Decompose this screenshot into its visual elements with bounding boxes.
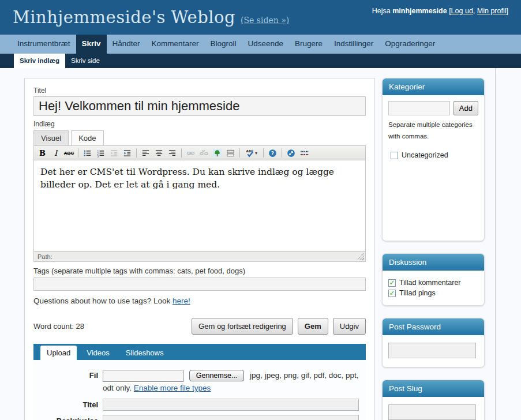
publish-button[interactable]: Udgiv: [333, 318, 366, 335]
unlink-icon[interactable]: [198, 147, 210, 159]
link-icon[interactable]: [185, 147, 197, 159]
username: minhjemmeside: [392, 7, 447, 15]
nav-item-brugere[interactable]: Brugere: [289, 35, 328, 54]
toolbar-separator: [282, 148, 282, 158]
toolbar-separator: [239, 148, 240, 158]
align-center-icon[interactable]: [153, 147, 165, 159]
help-icon[interactable]: ?: [267, 147, 279, 159]
nav-item-haandter[interactable]: Håndter: [107, 35, 146, 54]
tags-help-link[interactable]: here!: [173, 297, 190, 305]
post-title-input[interactable]: [33, 96, 366, 116]
post-slug-input[interactable]: [388, 404, 476, 420]
categories-help-text: Separate multiple categories with commas…: [388, 119, 478, 142]
strikethrough-icon[interactable]: ABC: [63, 147, 75, 159]
discussion-header: Diskussion: [383, 254, 484, 271]
sidebar: Kategorier Add Separate multiple categor…: [382, 78, 485, 420]
profile-link[interactable]: Min profil: [477, 7, 507, 15]
file-input[interactable]: [103, 370, 183, 382]
browse-button[interactable]: Gennemse...: [189, 370, 245, 381]
file-label: Fil: [40, 369, 103, 395]
resize-handle-icon[interactable]: [357, 253, 364, 260]
save-continue-button[interactable]: Gem og fortsæt redigering: [192, 318, 293, 335]
bullet-list-icon[interactable]: [81, 147, 93, 159]
bracket: [: [447, 7, 451, 15]
bracket: ]: [507, 7, 508, 15]
nav-item-skriv[interactable]: Skriv: [76, 35, 107, 54]
nav-item-indstillinger[interactable]: Indstillinger: [328, 35, 379, 54]
tab-upload[interactable]: Upload: [40, 346, 77, 360]
logout-link[interactable]: Log ud: [451, 7, 473, 15]
post-slug-header: Post Slug: [383, 380, 484, 397]
allow-pings-label: Tillad pings: [399, 289, 436, 297]
toolbar-separator: [136, 148, 137, 158]
outdent-icon[interactable]: [108, 147, 120, 159]
discussion-option: Tillad kommentarer: [388, 279, 478, 287]
upload-title-label: Titel: [40, 399, 103, 411]
category-item: Uncategorized: [388, 151, 478, 159]
admin-header: Minhjemmeside's Weblog (Se siden ») Hejs…: [0, 0, 521, 35]
separator-text: ,: [473, 7, 477, 15]
nav-item-udseende[interactable]: Udseende: [242, 35, 289, 54]
category-input[interactable]: [388, 101, 450, 115]
write-post-panel: Titel Indlæg Visuel Kode B I ABC 123: [24, 78, 375, 420]
nav-item-blogroll[interactable]: Blogroll: [204, 35, 242, 54]
editor-path-bar: Path:: [33, 252, 366, 262]
subnav-item-skriv-side[interactable]: Skriv side: [65, 54, 106, 68]
image-icon[interactable]: [211, 147, 223, 159]
align-left-icon[interactable]: [140, 147, 152, 159]
editor-toolbar: B I ABC 123 ABC ?: [33, 145, 366, 160]
indent-icon[interactable]: [121, 147, 133, 159]
allow-comments-label: Tillad kommentarer: [399, 279, 461, 287]
upload-box: Upload Videos Slideshows Fil Gennemse...…: [33, 344, 366, 420]
word-count: Word count: 28: [33, 322, 84, 331]
spellcheck-icon[interactable]: ABC: [243, 147, 260, 159]
nav-item-instrumentbraet[interactable]: Instrumentbræt: [12, 35, 76, 54]
kitchen-sink-icon[interactable]: [298, 147, 310, 159]
nav-item-kommentarer[interactable]: Kommentarer: [146, 35, 205, 54]
categories-header: Kategorier: [383, 78, 484, 95]
more-tag-icon[interactable]: [224, 147, 237, 159]
word-count-value: 28: [76, 322, 84, 331]
fullscreen-icon[interactable]: [285, 147, 297, 159]
tab-code[interactable]: Kode: [71, 130, 103, 145]
tab-visual[interactable]: Visuel: [33, 130, 69, 145]
checkbox-allow-comments[interactable]: [388, 279, 396, 287]
page-edge-divider: [495, 68, 496, 420]
subnav-item-skriv-indlaeg[interactable]: Skriv indlæg: [14, 54, 65, 68]
path-label: Path:: [38, 253, 53, 260]
top-navigation: Instrumentbræt Skriv Håndter Kommentarer…: [0, 35, 521, 54]
word-count-label: Word count:: [33, 322, 74, 331]
discussion-option: Tillad pings: [388, 289, 478, 297]
bold-icon[interactable]: B: [36, 147, 48, 159]
tags-input[interactable]: [33, 278, 366, 291]
svg-text:3: 3: [97, 155, 99, 158]
blog-title: Minhjemmeside's Weblog: [13, 7, 235, 27]
checkbox-uncategorized[interactable]: [391, 152, 398, 159]
enable-file-types-link[interactable]: Enable more file types: [134, 384, 211, 392]
categories-box: Kategorier Add Separate multiple categor…: [382, 78, 485, 241]
post-password-header: Post Password: [383, 318, 484, 335]
user-info: Hejsa minhjemmeside [Log ud, Min profil]: [372, 7, 508, 15]
post-password-box: Post Password: [382, 318, 485, 367]
nav-item-opgraderinger[interactable]: Opgraderinger: [379, 35, 441, 54]
upload-title-input[interactable]: [103, 399, 359, 411]
numbered-list-icon[interactable]: 123: [95, 147, 107, 159]
add-category-button[interactable]: Add: [453, 101, 478, 115]
category-label: Uncategorized: [402, 151, 448, 159]
upload-tabs: Upload Videos Slideshows: [33, 344, 366, 360]
editor-mode-tabs: Visuel Kode: [33, 130, 366, 145]
upload-description-label: Beskrivelse: [40, 415, 103, 420]
align-right-icon[interactable]: [166, 147, 178, 159]
tab-videos[interactable]: Videos: [80, 346, 116, 360]
tab-slideshows[interactable]: Slideshows: [119, 346, 170, 360]
view-site-link[interactable]: (Se siden »): [241, 16, 289, 25]
post-password-input[interactable]: [388, 343, 476, 358]
italic-icon[interactable]: I: [50, 147, 62, 159]
post-content-editor[interactable]: Det her er CMS'et til Wordpress. Du kan …: [33, 160, 366, 252]
post-content-label: Indlæg: [33, 120, 366, 128]
discussion-box: Diskussion Tillad kommentarer Tillad pin…: [382, 253, 485, 306]
save-button[interactable]: Gem: [298, 318, 328, 335]
checkbox-allow-pings[interactable]: [388, 290, 396, 297]
tags-help-text: Questions about how to use tags? Look: [33, 297, 173, 305]
upload-description-textarea[interactable]: [103, 415, 359, 420]
